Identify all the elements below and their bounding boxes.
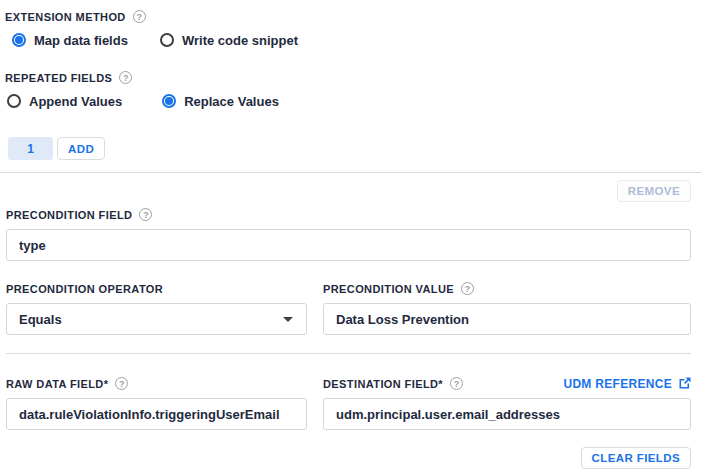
raw-data-field-col: RAW DATA FIELD* ?	[6, 354, 307, 430]
clear-fields-button[interactable]: CLEAR FIELDS	[581, 447, 692, 469]
radio-label: Append Values	[29, 94, 122, 109]
repeated-fields-label-row: REPEATED FIELDS ?	[5, 71, 701, 84]
help-icon[interactable]: ?	[450, 377, 463, 390]
udm-reference-link[interactable]: UDM REFERENCE	[563, 377, 691, 391]
radio-label: Replace Values	[184, 94, 279, 109]
help-icon[interactable]: ?	[119, 71, 132, 84]
precondition-operator-col: PRECONDITION OPERATOR Equals	[6, 261, 307, 335]
external-link-icon	[678, 377, 691, 390]
extension-method-label: EXTENSION METHOD	[5, 11, 126, 23]
chevron-down-icon	[283, 317, 293, 322]
precondition-operator-label-row: PRECONDITION OPERATOR	[6, 282, 307, 295]
radio-label: Map data fields	[34, 33, 128, 48]
clear-fields-row: CLEAR FIELDS	[6, 447, 691, 469]
precondition-field-label: PRECONDITION FIELD	[6, 209, 132, 221]
help-icon[interactable]: ?	[115, 377, 128, 390]
remove-mapping-button[interactable]: REMOVE	[617, 180, 691, 202]
destination-field-input[interactable]	[323, 398, 691, 430]
add-mapping-button[interactable]: ADD	[57, 137, 105, 160]
radio-label: Write code snippet	[182, 33, 298, 48]
precondition-field-label-row: PRECONDITION FIELD ?	[6, 208, 691, 221]
radio-selected-icon	[12, 33, 26, 47]
destination-field-col: DESTINATION FIELD* ? UDM REFERENCE	[323, 354, 691, 430]
method-section: EXTENSION METHOD ? Map data fields Write…	[0, 0, 701, 160]
precondition-field-input[interactable]	[6, 229, 691, 261]
precondition-value-label-row: PRECONDITION VALUE ?	[323, 282, 691, 295]
help-icon[interactable]: ?	[139, 208, 152, 221]
radio-replace-values[interactable]: Replace Values	[162, 94, 279, 109]
tab-mapping-1[interactable]: 1	[8, 137, 53, 160]
radio-unselected-icon	[160, 33, 174, 47]
remove-row: REMOVE	[6, 180, 691, 202]
radio-selected-icon	[162, 94, 176, 108]
precondition-value-col: PRECONDITION VALUE ?	[323, 261, 691, 335]
destination-field-label-wrap: DESTINATION FIELD* ?	[323, 377, 463, 390]
precondition-value-label: PRECONDITION VALUE	[323, 283, 454, 295]
extension-method-radio-group: Map data fields Write code snippet	[5, 32, 701, 48]
destination-field-label: DESTINATION FIELD*	[323, 378, 443, 390]
repeated-fields-label: REPEATED FIELDS	[5, 72, 112, 84]
raw-data-field-input[interactable]	[6, 398, 307, 430]
precondition-row: PRECONDITION OPERATOR Equals PRECONDITIO…	[6, 261, 691, 335]
extension-method-label-row: EXTENSION METHOD ?	[5, 10, 701, 23]
radio-append-values[interactable]: Append Values	[7, 94, 122, 109]
parser-extension-form: EXTENSION METHOD ? Map data fields Write…	[0, 0, 701, 475]
radio-unselected-icon	[7, 94, 21, 108]
raw-data-field-label: RAW DATA FIELD*	[6, 378, 108, 390]
help-icon[interactable]: ?	[133, 10, 146, 23]
precondition-operator-label: PRECONDITION OPERATOR	[6, 283, 163, 295]
repeated-fields-radio-group: Append Values Replace Values	[5, 93, 701, 109]
mapping-section: REMOVE PRECONDITION FIELD ? PRECONDITION…	[0, 173, 701, 469]
precondition-operator-select[interactable]: Equals	[6, 303, 307, 335]
mapping-tabs-row: 1 ADD	[5, 137, 701, 160]
raw-data-field-label-row: RAW DATA FIELD* ?	[6, 377, 307, 390]
precondition-value-input[interactable]	[323, 303, 691, 335]
selected-operator-value: Equals	[19, 312, 62, 327]
radio-map-data-fields[interactable]: Map data fields	[12, 33, 128, 48]
help-icon[interactable]: ?	[461, 282, 474, 295]
destination-field-label-row: DESTINATION FIELD* ? UDM REFERENCE	[323, 377, 691, 390]
radio-write-code-snippet[interactable]: Write code snippet	[160, 33, 298, 48]
udm-reference-label: UDM REFERENCE	[563, 377, 672, 391]
field-mapping-row: RAW DATA FIELD* ? DESTINATION FIELD* ? U…	[6, 354, 691, 430]
